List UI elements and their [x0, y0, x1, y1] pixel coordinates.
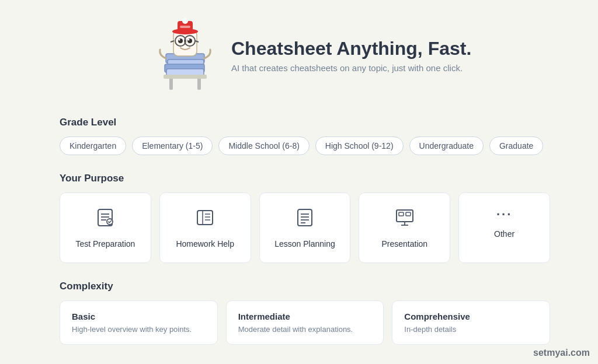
svg-rect-4: [169, 77, 173, 90]
basic-title: Basic: [72, 312, 206, 321]
watermark: setmyai.com: [533, 348, 590, 358]
complexity-cards-container: Basic High-level overview with key point…: [60, 300, 550, 345]
pill-graduate[interactable]: Graduate: [489, 136, 543, 155]
header: Cheatsheet Anything, Fast. AI that creat…: [48, 18, 550, 93]
purpose-card-lesson[interactable]: Lesson Planning: [259, 192, 351, 263]
complexity-title: Complexity: [60, 281, 550, 292]
other-icon: ···: [496, 207, 512, 222]
svg-rect-6: [164, 75, 207, 79]
pill-elementary[interactable]: Elementary (1-5): [132, 136, 213, 155]
pill-high-school[interactable]: High School (9-12): [315, 136, 404, 155]
complexity-section: Complexity Basic High-level overview wit…: [48, 281, 550, 345]
purpose-section: Your Purpose Test Preparation: [48, 173, 550, 263]
comprehensive-desc: In-depth details: [404, 325, 538, 334]
test-prep-icon: [95, 207, 116, 232]
basic-desc: High-level overview with key points.: [72, 325, 206, 334]
grade-level-section: Grade Level Kindergarten Elementary (1-5…: [48, 117, 550, 155]
page-title: Cheatsheet Anything, Fast.: [231, 38, 471, 60]
presentation-icon: [394, 207, 415, 232]
homework-label: Homework Help: [176, 239, 234, 249]
pill-undergraduate[interactable]: Undergraduate: [409, 136, 484, 155]
intermediate-title: Intermediate: [238, 312, 372, 321]
intermediate-desc: Moderate detail with explanations.: [238, 325, 372, 334]
pill-middle-school[interactable]: Middle School (6-8): [218, 136, 309, 155]
svg-rect-37: [406, 212, 411, 216]
test-prep-label: Test Preparation: [75, 239, 135, 249]
homework-icon: [194, 207, 215, 232]
grade-level-pills: Kindergarten Elementary (1-5) Middle Sch…: [60, 136, 550, 155]
purpose-card-presentation[interactable]: Presentation: [359, 192, 450, 263]
complexity-card-basic[interactable]: Basic High-level overview with key point…: [60, 300, 218, 345]
svg-rect-5: [197, 77, 201, 90]
complexity-card-comprehensive[interactable]: Comprehensive In-depth details: [392, 300, 550, 345]
pill-kindergarten[interactable]: Kindergarten: [60, 136, 126, 155]
svg-rect-26: [197, 211, 213, 225]
mascot-illustration: [153, 18, 217, 93]
svg-point-20: [182, 18, 188, 24]
purpose-card-test-prep[interactable]: Test Preparation: [60, 192, 151, 263]
lesson-icon: [294, 207, 315, 232]
purpose-card-other[interactable]: ··· Other: [458, 192, 550, 263]
header-text: Cheatsheet Anything, Fast. AI that creat…: [231, 38, 471, 73]
svg-point-15: [179, 39, 180, 41]
mascot: [153, 18, 217, 93]
svg-rect-36: [399, 212, 404, 216]
presentation-label: Presentation: [381, 239, 427, 249]
comprehensive-title: Comprehensive: [404, 312, 538, 321]
purpose-title: Your Purpose: [60, 173, 550, 184]
page-subtitle: AI that creates cheatsheets on any topic…: [231, 63, 471, 73]
lesson-label: Lesson Planning: [274, 239, 335, 249]
purpose-cards-container: Test Preparation Homework Help: [60, 192, 550, 263]
svg-rect-19: [180, 26, 190, 28]
other-label: Other: [494, 229, 514, 239]
purpose-card-homework[interactable]: Homework Help: [159, 192, 251, 263]
complexity-card-intermediate[interactable]: Intermediate Moderate detail with explan…: [226, 300, 384, 345]
grade-level-title: Grade Level: [60, 117, 550, 128]
svg-point-16: [188, 39, 190, 41]
